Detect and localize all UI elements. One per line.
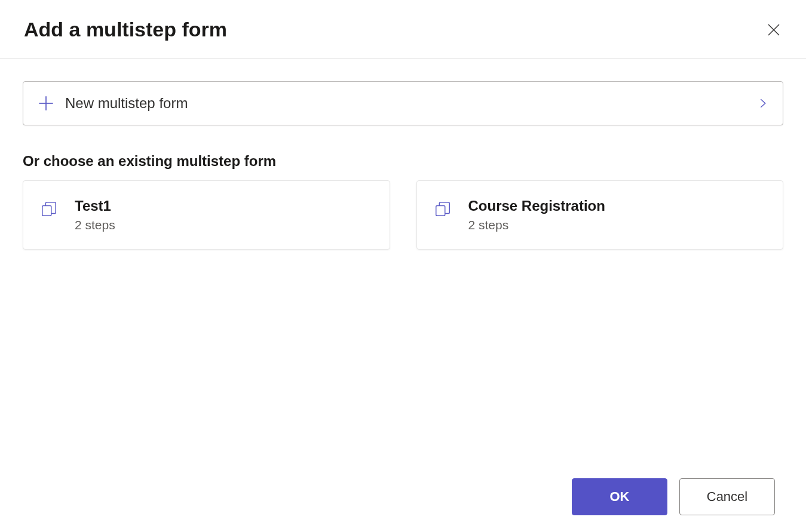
chevron-right-icon bbox=[758, 98, 768, 109]
form-card-text: Test1 2 steps bbox=[75, 198, 115, 232]
dialog-title: Add a multistep form bbox=[24, 18, 227, 41]
form-card-title: Test1 bbox=[75, 198, 115, 214]
plus-icon bbox=[38, 95, 54, 112]
existing-forms-grid: Test1 2 steps Course Registration 2 step… bbox=[23, 180, 783, 250]
multistep-form-icon bbox=[434, 200, 452, 218]
existing-forms-section-label: Or choose an existing multistep form bbox=[23, 153, 783, 170]
dialog-content: New multistep form Or choose an existing… bbox=[0, 59, 806, 464]
cancel-button[interactable]: Cancel bbox=[679, 478, 775, 515]
new-multistep-form-button[interactable]: New multistep form bbox=[23, 81, 783, 125]
dialog-footer: OK Cancel bbox=[0, 464, 806, 532]
form-card-title: Course Registration bbox=[468, 198, 605, 214]
multistep-form-icon bbox=[40, 200, 58, 218]
svg-rect-5 bbox=[436, 205, 445, 216]
svg-rect-4 bbox=[42, 205, 51, 216]
close-button[interactable] bbox=[765, 21, 782, 38]
ok-button[interactable]: OK bbox=[572, 478, 667, 515]
form-card-course-registration[interactable]: Course Registration 2 steps bbox=[416, 180, 784, 250]
form-card-test1[interactable]: Test1 2 steps bbox=[23, 180, 390, 250]
dialog-header: Add a multistep form bbox=[0, 0, 806, 59]
form-card-subtitle: 2 steps bbox=[75, 218, 115, 232]
new-form-left: New multistep form bbox=[38, 95, 188, 112]
new-form-label: New multistep form bbox=[65, 95, 188, 112]
form-card-text: Course Registration 2 steps bbox=[468, 198, 605, 232]
form-card-subtitle: 2 steps bbox=[468, 218, 605, 232]
close-icon bbox=[767, 23, 781, 37]
